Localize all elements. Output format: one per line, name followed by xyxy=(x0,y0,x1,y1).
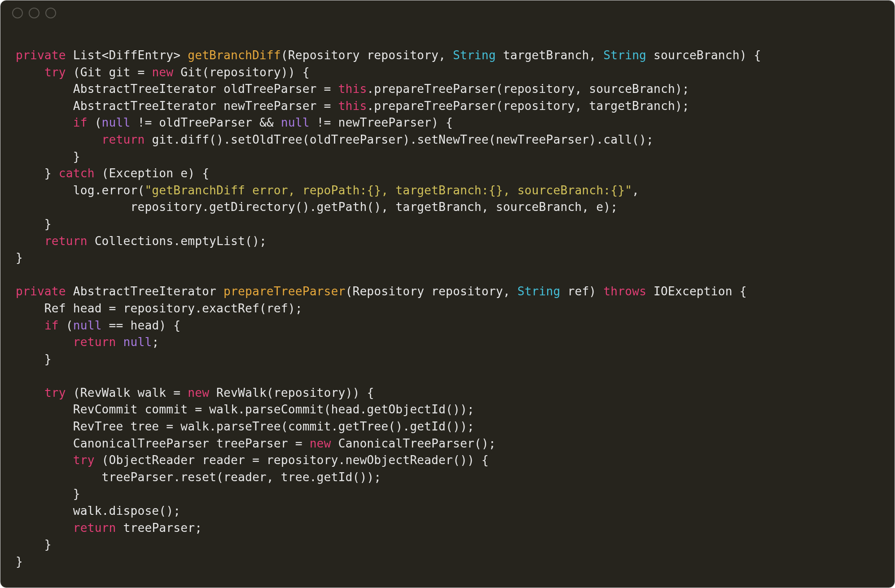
code-line[interactable]: treeParser.reset(reader, tree.getId()); xyxy=(16,469,881,486)
code-token: RevCommit commit = walk.parseCommit(head… xyxy=(16,403,474,416)
code-line[interactable]: private AbstractTreeIterator prepareTree… xyxy=(16,283,881,300)
code-token: AbstractTreeIterator newTreeParser = xyxy=(16,99,338,113)
code-line[interactable]: } xyxy=(16,351,881,368)
code-token: Ref head = repository.exactRef(ref); xyxy=(16,302,303,315)
code-line[interactable]: RevTree tree = walk.parseTree(commit.get… xyxy=(16,418,881,435)
code-token: RevWalk(repository)) { xyxy=(209,386,374,399)
code-line[interactable] xyxy=(16,368,881,385)
code-token: .prepareTreeParser(repository, targetBra… xyxy=(367,99,689,113)
code-token: != newTreeParser) { xyxy=(310,116,453,129)
code-token: new xyxy=(188,386,209,399)
code-token: RevTree tree = walk.parseTree(commit.get… xyxy=(16,420,474,433)
editor-window: private List<DiffEntry> getBranchDiff(Re… xyxy=(0,0,895,588)
code-line[interactable]: Ref head = repository.exactRef(ref); xyxy=(16,300,881,317)
code-token xyxy=(16,66,44,79)
code-token xyxy=(116,335,123,349)
code-line[interactable]: return null; xyxy=(16,334,881,351)
code-token: treeParser.reset(reader, tree.getId()); xyxy=(16,470,381,484)
code-token xyxy=(16,521,73,535)
code-token: } xyxy=(16,352,52,366)
code-token: Git(repository)) { xyxy=(173,66,309,79)
code-token: getBranchDiff xyxy=(188,48,281,62)
code-token: catch xyxy=(59,167,95,180)
code-token: String xyxy=(603,48,646,62)
code-token: null xyxy=(281,116,310,129)
code-token: } xyxy=(16,538,52,551)
code-line[interactable]: } xyxy=(16,553,881,570)
code-token: this xyxy=(338,82,367,96)
code-line[interactable]: CanonicalTreeParser treeParser = new Can… xyxy=(16,435,881,452)
code-line[interactable]: if (null != oldTreeParser && null != new… xyxy=(16,114,881,132)
code-token: != oldTreeParser && xyxy=(130,116,281,129)
code-line[interactable]: try (Git git = new Git(repository)) { xyxy=(16,64,881,81)
code-token: .prepareTreeParser(repository, sourceBra… xyxy=(367,82,689,96)
code-token: AbstractTreeIterator xyxy=(66,285,224,298)
code-token: throws xyxy=(603,285,646,298)
code-token: ref) xyxy=(560,285,603,298)
code-token: return xyxy=(73,521,116,535)
code-line[interactable]: try (ObjectReader reader = repository.ne… xyxy=(16,452,881,469)
code-token: log.error( xyxy=(16,184,145,197)
code-token: (Exception e) { xyxy=(95,167,209,180)
zoom-icon[interactable] xyxy=(45,8,56,18)
code-line[interactable]: try (RevWalk walk = new RevWalk(reposito… xyxy=(16,385,881,402)
code-token: sourceBranch) { xyxy=(646,48,761,62)
code-token: Collections.emptyList(); xyxy=(88,234,267,248)
code-token: CanonicalTreeParser(); xyxy=(331,437,496,450)
code-token: String xyxy=(518,285,561,298)
code-line[interactable]: return Collections.emptyList(); xyxy=(16,233,881,250)
code-token: git.diff().setOldTree(oldTreeParser).set… xyxy=(145,133,654,146)
code-line[interactable]: } xyxy=(16,536,881,553)
code-token: ( xyxy=(88,116,102,129)
code-line[interactable]: walk.dispose(); xyxy=(16,503,881,520)
code-token: if xyxy=(73,116,88,129)
window-titlebar xyxy=(0,0,895,26)
code-token xyxy=(16,319,44,332)
code-token: private xyxy=(16,285,66,298)
code-token: } xyxy=(16,150,80,163)
code-token xyxy=(16,335,73,349)
code-token xyxy=(16,116,73,129)
code-line[interactable]: } xyxy=(16,486,881,503)
code-line[interactable]: if (null == head) { xyxy=(16,317,881,334)
code-token: List<DiffEntry> xyxy=(66,48,188,62)
code-line[interactable] xyxy=(16,267,881,284)
code-token: "getBranchDiff error, repoPath:{}, targe… xyxy=(145,184,632,197)
code-token: this xyxy=(338,99,367,113)
code-token: new xyxy=(310,437,331,450)
code-token: null xyxy=(102,116,131,129)
code-line[interactable]: AbstractTreeIterator oldTreeParser = thi… xyxy=(16,81,881,98)
code-line[interactable]: RevCommit commit = walk.parseCommit(head… xyxy=(16,401,881,418)
code-token: targetBranch, xyxy=(496,48,604,62)
code-line[interactable]: log.error("getBranchDiff error, repoPath… xyxy=(16,182,881,199)
code-line[interactable]: repository.getDirectory().getPath(), tar… xyxy=(16,199,881,216)
code-token: } xyxy=(16,555,23,568)
close-icon[interactable] xyxy=(12,8,23,18)
code-token: walk.dispose(); xyxy=(16,504,180,518)
code-line[interactable]: AbstractTreeIterator newTreeParser = thi… xyxy=(16,98,881,115)
code-token: prepareTreeParser xyxy=(224,285,345,298)
code-token xyxy=(16,133,102,146)
code-token: try xyxy=(44,66,66,79)
code-token: , xyxy=(632,184,639,197)
code-token: (ObjectReader reader = repository.newObj… xyxy=(95,453,489,467)
code-token: (RevWalk walk = xyxy=(66,386,188,399)
code-line[interactable]: } xyxy=(16,149,881,166)
code-token: treeParser; xyxy=(116,521,202,535)
minimize-icon[interactable] xyxy=(29,8,39,18)
code-line[interactable]: private List<DiffEntry> getBranchDiff(Re… xyxy=(16,47,881,64)
code-token: null xyxy=(123,335,152,349)
code-editor[interactable]: private List<DiffEntry> getBranchDiff(Re… xyxy=(16,47,881,574)
code-line[interactable]: return treeParser; xyxy=(16,520,881,537)
code-line[interactable]: } catch (Exception e) { xyxy=(16,165,881,182)
code-token: private xyxy=(16,48,66,62)
code-line[interactable]: } xyxy=(16,250,881,267)
code-token xyxy=(16,386,44,399)
code-line[interactable]: } xyxy=(16,216,881,233)
code-line[interactable]: return git.diff().setOldTree(oldTreePars… xyxy=(16,132,881,149)
code-token: } xyxy=(16,217,52,231)
code-token xyxy=(16,453,73,467)
code-token: repository.getDirectory().getPath(), tar… xyxy=(16,200,618,214)
code-token: (Repository repository, xyxy=(281,48,453,62)
code-token: null xyxy=(73,319,102,332)
